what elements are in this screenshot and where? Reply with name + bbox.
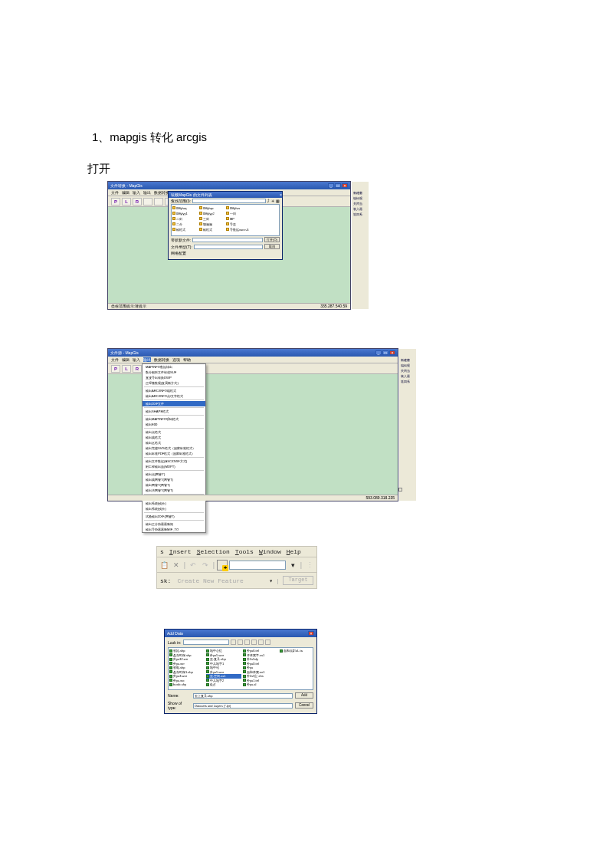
menu-item[interactable]: 数据转换 <box>154 190 169 195</box>
side-item[interactable]: 新建窗 <box>401 358 415 362</box>
file-list-item[interactable]: 0Mylwp <box>199 205 225 210</box>
side-item[interactable]: 编辑视 <box>401 363 415 367</box>
file-list-item[interactable]: 一斜 <box>226 211 252 215</box>
dropdown-menu-item[interactable]: 输出线网管T(网管T) <box>143 477 205 482</box>
menu-item[interactable]: 数据转换 <box>154 357 169 362</box>
add-data-button[interactable] <box>217 560 228 570</box>
details-icon[interactable] <box>265 639 270 645</box>
name-field[interactable]: 至上复录.shp <box>193 693 293 699</box>
dropdown-menu-item[interactable]: 输出ARC/INFO线格式 <box>143 388 205 393</box>
dropdown-menu-item[interactable]: 输出导势器器新MIF_TO <box>143 527 205 532</box>
dropdown-menu-item[interactable]: 输出点(网管T) <box>143 472 205 477</box>
add-data-file-list[interactable]: 初始.shp盘存时保.shp外yu32.wrr外yu.wrr初电.shp盘存时保… <box>168 647 313 690</box>
file-list-item[interactable]: 0Mylyy2 <box>199 211 225 215</box>
file-list-item[interactable]: 输格式 <box>199 227 225 232</box>
menu-item[interactable]: 选项 <box>172 357 180 362</box>
disconnect-icon[interactable] <box>244 639 250 645</box>
filetype-field[interactable] <box>194 245 263 249</box>
file-list-item[interactable]: busib.shy <box>169 682 205 687</box>
dropdown-menu-item[interactable]: 输出标准PDF格式（国家标准格式） <box>143 451 205 456</box>
menu-item[interactable]: Window <box>259 548 281 555</box>
menu-item[interactable]: Insert <box>169 548 192 555</box>
add-button[interactable]: Add <box>295 692 313 699</box>
dropdown-menu-item[interactable]: 输出正分势器器新规 <box>143 521 205 527</box>
file-list-item[interactable]: 0Mylws <box>226 205 252 210</box>
toolbar-button[interactable]: R <box>133 365 142 373</box>
close-icon[interactable]: × <box>389 350 395 355</box>
scale-combo[interactable] <box>229 561 286 570</box>
editor-icon[interactable]: ⋮ <box>304 560 315 570</box>
file-list[interactable]: 0Mylwq0Mylwp0Mylws0Mylyy10Mylyy2一斜二斜三斜MP… <box>171 204 280 236</box>
dropdown-menu-item[interactable]: 输出MAPINFO明码格式 <box>143 416 205 422</box>
filename-field[interactable] <box>192 238 263 242</box>
type-field[interactable]: Datasets and Layers (*.lyr) <box>193 703 293 709</box>
toolbar-button[interactable]: P <box>111 365 120 373</box>
menu-item[interactable]: 输入 <box>133 357 140 362</box>
file-list-item[interactable]: 三斜 <box>199 216 225 221</box>
up-icon[interactable]: ⤴ <box>267 199 270 203</box>
side-item[interactable]: 返回系 <box>401 380 415 383</box>
file-list-item[interactable]: 二斜 <box>172 216 198 221</box>
dropdown-icon[interactable]: ▾ <box>287 560 298 570</box>
dropdown-icon[interactable]: ▾ <box>269 577 273 584</box>
toolbar-button[interactable]: L <box>122 365 131 373</box>
dropdown-menu-item[interactable]: 输出网管T(网管T) <box>143 482 205 488</box>
dropdown-menu-item[interactable]: 输出文件数据(ASC/DWF方式) <box>143 459 205 464</box>
menu-item[interactable]: 文件 <box>111 357 119 362</box>
side-item[interactable]: 新建窗 <box>353 191 367 195</box>
dropdown-menu-item[interactable]: 输出完整SVG格式（国家标准格式） <box>143 446 205 451</box>
scroll-grip-icon[interactable] <box>398 488 402 492</box>
toolbar-button[interactable]: R <box>133 198 142 205</box>
dropdown-menu-item[interactable]: 输出法网管T(网管T) <box>143 488 205 493</box>
redo-icon[interactable]: ↷ <box>200 560 211 570</box>
minimize-icon[interactable]: _ <box>328 183 334 188</box>
menu-item[interactable]: 文件 <box>111 190 119 195</box>
menu-item[interactable]: 输出 <box>143 190 151 195</box>
target-button[interactable]: Target <box>283 576 313 585</box>
dropdown-menu-item[interactable]: MAPINFO数据转出 <box>143 364 205 370</box>
menu-item[interactable]: 帮助 <box>183 357 191 362</box>
lookin-combo[interactable] <box>183 639 229 645</box>
dropdown-menu-item[interactable]: 输出区格式 <box>143 440 205 446</box>
maximize-icon[interactable]: □ <box>335 183 341 188</box>
dialog-close-icon[interactable]: × <box>280 192 282 197</box>
dropdown-menu-item[interactable]: 输出系统(残余) <box>143 506 205 511</box>
side-item[interactable]: 返回系 <box>353 212 367 216</box>
paste-icon[interactable]: 📋 <box>159 560 169 570</box>
minimize-icon[interactable]: _ <box>375 350 382 355</box>
file-list-item[interactable]: 外yu.al <box>243 682 278 687</box>
up-icon[interactable] <box>231 639 236 645</box>
side-item[interactable]: 关闭当 <box>401 369 415 373</box>
new-folder-icon[interactable]: ✳ <box>271 199 274 203</box>
open-button[interactable]: 打开(O) <box>264 237 280 242</box>
file-list-item[interactable]: 0Mylyy1 <box>172 211 198 215</box>
side-item[interactable]: 编辑视 <box>353 196 367 200</box>
connect-icon[interactable] <box>238 639 243 645</box>
menu-item[interactable]: 输出 <box>143 357 151 362</box>
file-list-item[interactable]: 面和点影uL.ta <box>280 649 313 653</box>
cancel-button[interactable]: 取消 <box>264 244 280 249</box>
side-item[interactable]: 关闭当 <box>353 202 367 205</box>
dropdown-menu-item[interactable]: 输出点格式 <box>143 429 205 435</box>
file-list-item[interactable]: 输格式 <box>172 227 198 232</box>
toolbar-button[interactable]: L <box>122 198 131 205</box>
dropdown-menu-item[interactable]: 输出DXF文件 <box>143 401 205 406</box>
delete-icon[interactable]: ✕ <box>171 560 182 570</box>
close-icon[interactable]: × <box>342 183 348 188</box>
dropdown-menu-item[interactable]: 输出SHAPE格式 <box>143 409 205 414</box>
file-list-item[interactable]: 填漏漏 <box>199 222 225 226</box>
menu-item[interactable]: 编辑 <box>122 357 129 362</box>
file-list-item[interactable]: MP <box>226 216 252 221</box>
file-list-item[interactable]: 二分 <box>172 222 198 226</box>
dropdown-menu-item[interactable]: 直接导出转换DWP <box>143 375 205 380</box>
maximize-icon[interactable]: □ <box>382 350 388 355</box>
dropdown-menu-item[interactable]: 输出系统(残余) <box>143 501 205 506</box>
dropdown-menu-item[interactable]: 试验输出DXF(网管T) <box>143 514 205 519</box>
cancel-button[interactable]: Cancel <box>295 702 313 709</box>
file-list-item[interactable]: 0Mylwq <box>172 205 198 210</box>
file-list-item[interactable]: 导数据varcr-6 <box>226 227 252 232</box>
undo-icon[interactable]: ↶ <box>188 560 198 570</box>
view-icon[interactable]: ▦ <box>276 199 280 203</box>
menu-item[interactable]: 输入 <box>133 190 140 195</box>
task-combo[interactable]: Create New Feature <box>174 577 266 584</box>
